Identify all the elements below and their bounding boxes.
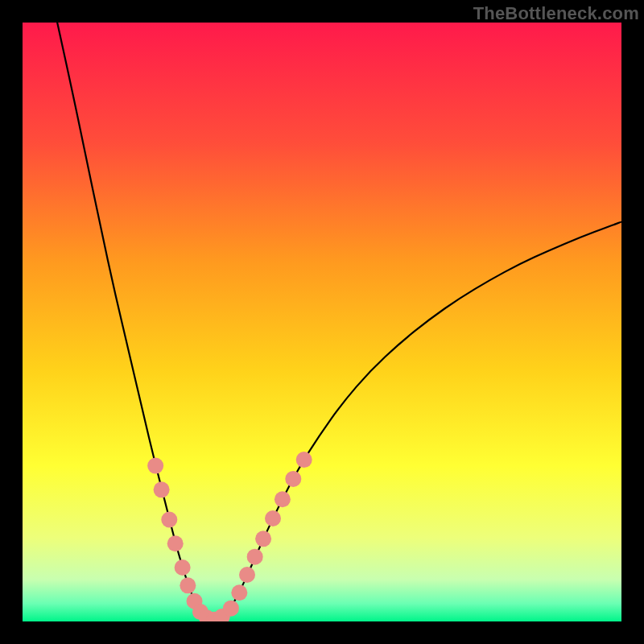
stage: TheBottleneck.com (0, 0, 644, 644)
chart-svg (23, 23, 621, 621)
marker-dot (180, 577, 196, 593)
marker-dot (255, 530, 271, 547)
marker-dot (154, 481, 170, 497)
marker-dot (247, 549, 263, 565)
gradient-background (23, 23, 621, 621)
marker-dot (147, 458, 163, 474)
marker-dot (285, 471, 301, 487)
marker-dot (239, 567, 255, 583)
marker-dot (175, 559, 191, 576)
watermark-text: TheBottleneck.com (473, 3, 639, 24)
marker-dot (161, 512, 177, 528)
marker-dot (167, 535, 184, 551)
marker-dot (265, 510, 281, 526)
marker-dot (231, 584, 247, 601)
marker-dot (275, 491, 291, 507)
marker-dot (296, 452, 312, 468)
marker-dot (223, 601, 239, 617)
plot-area (23, 23, 621, 621)
